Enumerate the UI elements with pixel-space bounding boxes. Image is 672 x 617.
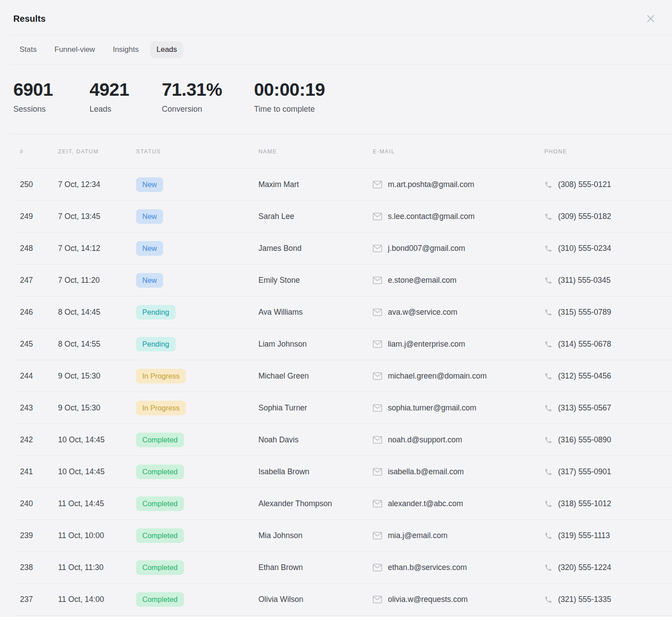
cell-name: James Bond [258,244,373,253]
cell-phone: (320) 555-1224 [544,563,672,572]
cell-phone: (318) 555-1012 [544,499,672,508]
page-title: Results [13,14,46,24]
status-badge: Pending [136,305,176,320]
cell-status: Completed [136,592,258,607]
cell-phone: (316) 555-0890 [544,435,672,445]
phone-text: (309) 555-0182 [558,212,611,221]
status-badge: In Progress [136,401,186,416]
cell-id: 246 [15,308,58,317]
email-icon [373,436,382,444]
table-row: 249 7 Oct, 13:45 New Sarah Lee s.lee.con… [15,200,672,232]
phone-text: (321) 555-1335 [558,595,611,604]
cell-status: New [136,209,258,224]
table-row: 250 7 Oct, 12:34 New Maxim Mart m.art.po… [15,168,672,200]
phone-text: (312) 555-0456 [558,371,611,381]
tab-leads[interactable]: Leads [150,41,183,58]
tab-stats[interactable]: Stats [13,41,43,58]
cell-id: 243 [15,403,58,413]
stat-leads: 4921 Leads [90,80,162,134]
stat-leads-value: 4921 [90,80,162,100]
cell-id: 247 [15,276,58,285]
phone-icon [544,436,552,444]
close-button[interactable] [643,11,659,27]
email-text: ava.w@service.com [388,308,457,317]
cell-status: Pending [136,305,258,320]
email-text: michael.green@domain.com [388,371,487,381]
email-icon [373,468,382,476]
email-icon [373,372,382,380]
phone-icon [544,308,552,316]
cell-email: sophia.turner@gmail.com [373,403,544,413]
cell-phone: (314) 555-0678 [544,340,672,349]
table-row: 244 9 Oct, 15:30 In Progress Michael Gre… [15,360,672,392]
phone-icon [544,500,552,508]
cell-datetime: 7 Oct, 12:34 [58,180,136,189]
email-icon [373,340,382,348]
email-icon [373,404,382,412]
stat-leads-label: Leads [90,105,162,114]
status-badge: New [136,273,163,288]
cell-email: michael.green@domain.com [373,371,544,381]
email-text: noah.d@support.com [388,435,462,445]
cell-phone: (308) 555-0121 [544,180,672,189]
table-row: 238 11 Oct, 11:30 Completed Ethan Brown … [15,551,672,583]
table-row: 242 10 Oct, 14:45 Completed Noah Davis n… [15,424,672,456]
table-row: 237 11 Oct, 14:00 Completed Olivia Wilso… [15,583,672,615]
cell-name: Michael Green [258,371,373,381]
email-icon [373,532,382,539]
results-panel: Results Stats Funnel-view Insights Leads… [0,0,672,617]
phone-text: (315) 555-0789 [558,308,611,317]
cell-datetime: 10 Oct, 14:45 [58,467,136,476]
cell-status: New [136,273,258,288]
tab-insights[interactable]: Insights [106,41,145,58]
phone-text: (318) 555-1012 [558,499,611,508]
cell-email: isabella.b@email.com [373,467,544,476]
cell-id: 240 [15,499,58,508]
email-icon [373,500,382,508]
cell-id: 250 [15,180,58,189]
email-icon [373,596,382,603]
phone-icon [544,277,552,285]
phone-text: (317) 555-0901 [558,467,611,476]
table-row: 240 11 Oct, 14:45 Completed Alexander Th… [15,488,672,519]
tab-funnel-view[interactable]: Funnel-view [48,41,102,58]
cell-email: j.bond007@gmail.com [373,244,544,253]
phone-icon [544,532,552,540]
cell-datetime: 11 Oct, 14:45 [58,499,136,508]
stat-conversion: 71.31% Conversion [162,80,254,134]
table-row: 246 8 Oct, 14:45 Pending Ava Williams av… [15,296,672,328]
cell-name: Noah Davis [258,435,373,445]
email-text: sophia.turner@gmail.com [388,403,477,413]
phone-text: (316) 555-0890 [558,435,611,445]
phone-text: (319) 555-1113 [558,531,610,540]
cell-name: Mia Johnson [258,531,373,540]
cell-phone: (311) 555-0345 [544,276,672,285]
cell-datetime: 7 Oct, 13:45 [58,212,136,221]
status-badge: Completed [136,528,184,543]
cell-id: 238 [15,563,58,572]
email-icon [373,308,382,316]
cell-name: Sarah Lee [258,212,373,221]
stat-sessions-label: Sessions [13,105,90,114]
email-text: olivia.w@requests.com [388,595,468,604]
status-badge: New [136,209,163,224]
cell-id: 237 [15,595,58,604]
stat-time-label: Time to complete [254,105,325,114]
phone-text: (320) 555-1224 [558,563,611,572]
status-badge: New [136,241,163,256]
cell-phone: (312) 555-0456 [544,371,672,381]
column-header-name: NAME [258,148,373,155]
panel-header: Results [0,0,672,35]
close-icon [646,14,656,23]
column-header-datetime: ZEIT, DATUM [58,148,136,155]
cell-id: 239 [15,531,58,540]
email-icon [373,245,382,252]
email-icon [373,181,382,188]
cell-datetime: 9 Oct, 15:30 [58,403,136,413]
stat-conversion-value: 71.31% [162,80,254,100]
cell-email: liam.j@enterprise.com [373,340,544,349]
stats-summary: 6901 Sessions 4921 Leads 71.31% Conversi… [0,65,672,134]
email-text: ethan.b@services.com [388,563,467,572]
phone-icon [544,564,552,572]
tab-bar: Stats Funnel-view Insights Leads [0,35,672,64]
